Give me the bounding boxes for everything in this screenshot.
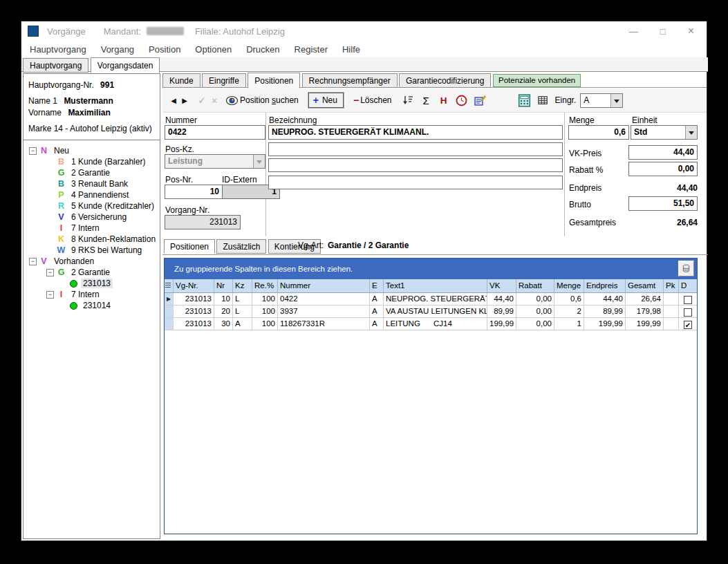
tree-expander-icon[interactable] <box>46 191 54 199</box>
tree-expander-icon[interactable] <box>46 225 54 232</box>
group-band-button[interactable] <box>678 261 694 276</box>
col-header-endpreis[interactable]: Endpreis <box>584 279 626 292</box>
table-row[interactable]: ▶ 231013 10 L 100 0422 A NEUPROG. STEUER… <box>165 293 697 306</box>
col-header-d[interactable]: D <box>679 279 697 292</box>
calculator-icon[interactable] <box>518 94 531 107</box>
menu-item[interactable]: Optionen <box>193 43 234 56</box>
col-header-vg-nr[interactable]: Vg-Nr. <box>174 279 214 292</box>
tree-expander-icon[interactable] <box>46 214 54 221</box>
tree-expander-icon[interactable]: − <box>46 291 54 299</box>
bezeichnung-input-4[interactable] <box>268 176 563 189</box>
main-tab[interactable]: Vorgangsdaten <box>91 57 160 73</box>
table-row[interactable]: 231013 20 L 100 3937 A VA AUSTAU LEITUNG… <box>165 306 697 318</box>
table-list-icon[interactable] <box>538 95 548 106</box>
tree-item[interactable]: − G 2 Garantie <box>24 267 160 278</box>
rabatt-input[interactable]: 0,00 <box>628 162 698 176</box>
minimize-button[interactable]: — <box>629 26 638 37</box>
tree-expander-icon[interactable] <box>46 180 54 188</box>
tree-item[interactable]: − N Neu <box>24 145 160 156</box>
menu-item[interactable]: Vorgang <box>99 43 136 56</box>
tree-item[interactable]: K 8 Kunden-Reklamation <box>24 234 160 245</box>
tree-expander-icon[interactable] <box>46 158 54 166</box>
menge-input[interactable]: 0,6 <box>568 125 629 140</box>
tree-item-label: 8 Kunden-Reklamation <box>69 234 158 244</box>
bezeichnung-input[interactable]: NEUPROG. STEUERGERÄT KLIMAANL. <box>268 125 563 140</box>
tree-item[interactable]: − I 7 Intern <box>24 289 160 300</box>
pos-nr-input[interactable]: 10 <box>165 185 223 199</box>
loeschen-button[interactable]: − Löschen <box>353 95 392 106</box>
prev-position-button[interactable]: ◀ <box>168 93 179 108</box>
sort-down-icon[interactable] <box>402 95 413 106</box>
history-icon[interactable]: H <box>440 95 447 106</box>
column-chooser-button[interactable] <box>165 279 174 292</box>
tree-item[interactable]: 231013 <box>24 278 160 289</box>
detail-tab[interactable]: Rechnungsempfänger <box>302 73 398 88</box>
tree-expander-icon[interactable]: − <box>29 147 37 155</box>
position-suchen-button[interactable]: Position suchen <box>226 95 299 106</box>
maximize-button[interactable]: □ <box>660 26 666 37</box>
tree-expander-icon[interactable]: − <box>46 269 54 276</box>
tree-expander-icon[interactable] <box>59 302 67 310</box>
next-position-button[interactable]: ▶ <box>179 93 190 108</box>
col-header-e[interactable]: E <box>370 279 384 292</box>
col-header-gesamt[interactable]: Gesamt <box>626 279 664 292</box>
d-checkbox[interactable] <box>684 296 692 304</box>
detail-tab[interactable]: Kunde <box>162 73 200 88</box>
tree-item[interactable]: I 7 Intern <box>24 223 160 234</box>
col-header-nummer[interactable]: Nummer <box>278 279 370 292</box>
clock-icon[interactable] <box>456 95 467 106</box>
tree-expander-icon[interactable] <box>46 236 54 243</box>
tree-item[interactable]: G 2 Garantie <box>24 167 160 178</box>
tree-item[interactable]: − V Vorhanden <box>24 256 160 267</box>
sum-icon[interactable]: Σ <box>423 95 429 106</box>
tree-expander-icon[interactable] <box>59 280 67 288</box>
einheit-select[interactable]: Std <box>631 125 698 140</box>
neu-button[interactable]: + Neu <box>308 93 344 108</box>
tree-item[interactable]: P 4 Pannendienst <box>24 189 160 200</box>
edit-note-icon[interactable] <box>474 95 486 106</box>
col-header-text1[interactable]: Text1 <box>384 279 487 292</box>
potenziale-badge[interactable]: Potenziale vorhanden <box>493 74 581 87</box>
menu-item[interactable]: Drucken <box>244 43 281 56</box>
tree-expander-icon[interactable] <box>46 247 54 254</box>
tree-item[interactable]: R 5 Kunde (Kreditzahler) <box>24 200 160 212</box>
col-header-nr[interactable]: Nr <box>214 279 233 292</box>
col-header-vk[interactable]: VK <box>487 279 516 292</box>
col-header-rabatt[interactable]: Rabatt <box>516 279 554 292</box>
grid-tab[interactable]: Zusätzlich <box>216 239 266 254</box>
group-by-band[interactable]: Zu gruppierende Spalten in diesen Bereic… <box>165 258 697 279</box>
nummer-input[interactable]: 0422 <box>165 125 265 140</box>
main-tab[interactable]: Hauptvorgang <box>23 58 88 73</box>
tree-expander-icon[interactable]: − <box>29 258 37 265</box>
menu-item[interactable]: Register <box>292 43 330 56</box>
menu-item[interactable]: Hilfe <box>340 43 362 56</box>
table-row[interactable]: 231013 30 A 100 118267331R A LEITUNG CJ1… <box>165 318 697 330</box>
chevron-down-icon[interactable] <box>685 126 697 139</box>
tree-item[interactable]: B 1 Kunde (Barzahler) <box>24 156 160 167</box>
menu-item[interactable]: Position <box>147 43 183 56</box>
bezeichnung-input-3[interactable] <box>268 158 563 172</box>
detail-tab[interactable]: Positionen <box>248 73 300 88</box>
brutto-input[interactable]: 51,50 <box>628 196 698 211</box>
tree-expander-icon[interactable] <box>46 169 54 177</box>
menu-item[interactable]: Hauptvorgang <box>28 43 88 56</box>
col-header-re[interactable]: Re.% <box>252 279 278 292</box>
col-header-kz[interactable]: Kz <box>233 279 252 292</box>
chevron-down-icon[interactable] <box>610 94 622 107</box>
eingr-select[interactable]: A <box>580 93 623 108</box>
detail-tab[interactable]: Garantiecodifizierung <box>399 73 491 88</box>
tree-item[interactable]: V 6 Versicherung <box>24 212 160 223</box>
tree-item[interactable]: W 9 RKS bei Wartung <box>24 245 160 256</box>
d-checkbox[interactable] <box>684 308 692 317</box>
grid-tab[interactable]: Positionen <box>164 239 215 254</box>
detail-tab[interactable]: Eingriffe <box>202 73 246 88</box>
vk-preis-input[interactable]: 44,40 <box>628 145 698 160</box>
d-checkbox[interactable]: ✔ <box>684 321 692 329</box>
tree-item[interactable]: B 3 Renault Bank <box>24 178 160 189</box>
col-header-menge[interactable]: Menge <box>554 279 584 292</box>
tree-expander-icon[interactable] <box>46 203 54 210</box>
col-header-pk[interactable]: Pk <box>664 279 679 292</box>
close-button[interactable]: × <box>688 25 694 37</box>
bezeichnung-input-2[interactable] <box>268 142 563 156</box>
tree-item[interactable]: 231014 <box>24 300 160 311</box>
